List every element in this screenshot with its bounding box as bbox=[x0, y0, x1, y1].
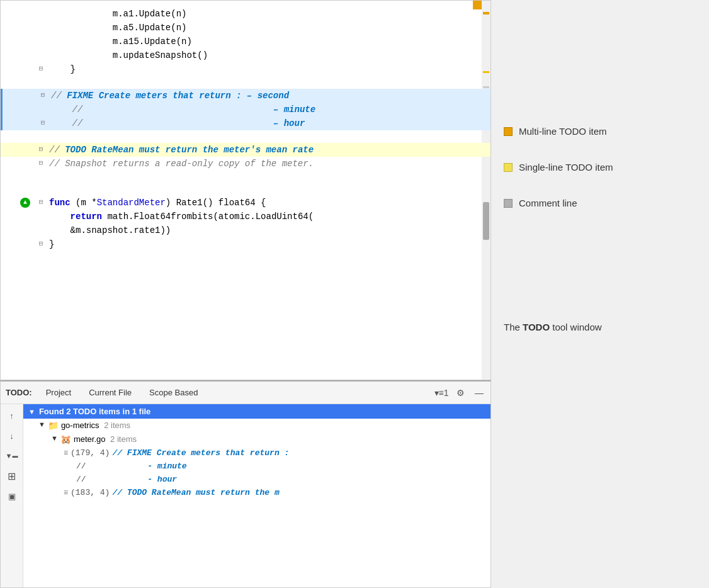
line-content: m.updateSnapshot() bbox=[47, 49, 208, 62]
code-line: m.a5.Update(n) bbox=[1, 21, 491, 35]
line-number bbox=[1, 157, 35, 159]
line-number bbox=[1, 224, 35, 225]
line-number bbox=[3, 103, 37, 105]
todo-tool-window: TODO: Project Current File Scope Based ▾… bbox=[0, 380, 491, 588]
line-content-return: return math.Float64frombits(atomic.LoadU… bbox=[47, 210, 314, 223]
fold-icon[interactable]: ⊟ bbox=[35, 63, 47, 72]
line-number bbox=[1, 49, 35, 50]
settings-button[interactable]: ⚙ bbox=[453, 385, 468, 400]
scroll-up-button[interactable]: ↑ bbox=[4, 408, 20, 423]
doc-icon: ≡ bbox=[64, 488, 68, 497]
tab-current-file[interactable]: Current File bbox=[80, 384, 140, 401]
annotation-label-comment: Comment line bbox=[519, 198, 577, 208]
annotation-line: Comment line bbox=[504, 198, 674, 208]
code-line: m.a15.Update(n) bbox=[1, 35, 491, 48]
tab-scope-based[interactable]: Scope Based bbox=[140, 384, 207, 401]
code-editor: m.a1.Update(n) m.a5.Update(n) m.a15.Upda… bbox=[0, 0, 491, 380]
line-content: // – minute bbox=[48, 103, 315, 116]
line-content-func: func (m *StandardMeter) Rate1() float64 … bbox=[47, 196, 266, 209]
fold-icon[interactable]: ⊟ bbox=[35, 238, 47, 247]
fold-icon bbox=[35, 224, 47, 225]
annotation-comment: Comment line bbox=[504, 198, 674, 208]
annotation-color-comment bbox=[504, 199, 513, 208]
main-container: m.a1.Update(n) m.a5.Update(n) m.a15.Upda… bbox=[0, 0, 709, 588]
line-content: &m.snapshot.rate1)) bbox=[47, 224, 171, 237]
tree-continuation-row[interactable]: // - minute bbox=[23, 460, 491, 473]
continuation-code: // bbox=[76, 475, 86, 484]
line-number bbox=[1, 8, 35, 9]
line-number: ▲ bbox=[1, 196, 35, 208]
gopher-icon: 🐹 bbox=[60, 434, 71, 444]
annotation-multiline: Multi-line TODO item bbox=[504, 126, 674, 137]
bookmark-icon: ▲ bbox=[20, 198, 30, 208]
code-line: &m.snapshot.rate1)) bbox=[1, 223, 491, 237]
expand-button[interactable]: ⊞ bbox=[4, 468, 20, 483]
tree-item-row-2[interactable]: ≡ (183, 4) // TODO RateMean must return … bbox=[23, 486, 491, 499]
annotation-singleline: Single-line TODO item bbox=[504, 162, 674, 172]
folder-count: 2 items bbox=[102, 421, 131, 430]
toolbar-right: ▾≡1 ⚙ — bbox=[434, 385, 491, 400]
tree-expand-icon: ▼ bbox=[51, 434, 58, 442]
line-number bbox=[1, 21, 35, 23]
tree-file-row[interactable]: ▼ 🐹 meter.go 2 items bbox=[23, 433, 491, 446]
center-area: m.a1.Update(n) m.a5.Update(n) m.a15.Upda… bbox=[0, 0, 491, 588]
line-content-comment: // Snapshot returns a read-only copy of … bbox=[47, 157, 314, 170]
line-number bbox=[1, 144, 35, 145]
line-content: m.a1.Update(n) bbox=[47, 8, 186, 20]
code-line-blank bbox=[1, 76, 491, 89]
line-number bbox=[1, 35, 35, 37]
annotation-label-singleline: Single-line TODO item bbox=[519, 162, 613, 172]
close-panel-button[interactable]: — bbox=[472, 385, 487, 400]
todo-left-sidebar: ↑ ↓ ▼▬ ⊞ ▣ bbox=[1, 404, 23, 587]
item-code: // FIXME Create meters that return : bbox=[112, 448, 289, 458]
folder-label: go-metrics bbox=[61, 421, 99, 430]
code-line-comment: ⊟ // Snapshot returns a read-only copy o… bbox=[1, 157, 491, 171]
code-line-fixme-3: ⊟ // – hour bbox=[1, 116, 491, 130]
code-line-blank bbox=[1, 183, 491, 196]
filter-button[interactable]: ▼▬ bbox=[4, 448, 20, 463]
bottom-annotation: The TODO tool window bbox=[504, 322, 674, 333]
todo-toolbar: TODO: Project Current File Scope Based ▾… bbox=[1, 382, 491, 404]
line-number bbox=[3, 117, 37, 118]
line-content-fixme: // FIXME Create meters that return : – s… bbox=[48, 89, 289, 102]
line-number bbox=[1, 238, 35, 239]
line-number bbox=[1, 63, 35, 64]
line-number bbox=[3, 89, 37, 91]
todo-label: TODO: bbox=[1, 388, 37, 397]
fold-icon bbox=[35, 49, 47, 50]
continuation-text: - minute bbox=[89, 461, 187, 471]
line-number bbox=[1, 210, 35, 212]
code-line: ⊟ } bbox=[1, 62, 491, 76]
annotation-color-singleline bbox=[504, 163, 513, 172]
bottom-annotation-text: The TODO tool window bbox=[504, 322, 602, 332]
annotation-line: Multi-line TODO item bbox=[504, 126, 674, 137]
line-content-todo: // TODO RateMean must return the meter's… bbox=[47, 144, 314, 156]
todo-content: ↑ ↓ ▼▬ ⊞ ▣ ▼ Found 2 TODO items in 1 fil… bbox=[1, 404, 491, 587]
code-line-blank bbox=[1, 130, 491, 143]
panel-button[interactable]: ▣ bbox=[4, 489, 20, 504]
tree-expand-icon: ▼ bbox=[28, 408, 35, 416]
tree-root-label: Found 2 TODO items in 1 file bbox=[39, 407, 150, 416]
tab-project[interactable]: Project bbox=[37, 384, 80, 401]
tree-item-row[interactable]: ≡ (179, 4) // FIXME Create meters that r… bbox=[23, 446, 491, 460]
fold-icon[interactable]: ⊟ bbox=[35, 157, 47, 167]
code-line-blank bbox=[1, 171, 491, 183]
fold-icon bbox=[35, 21, 47, 23]
fold-icon[interactable]: ⊟ bbox=[37, 89, 48, 99]
code-line-close: ⊟ } bbox=[1, 237, 491, 251]
item-position: (183, 4) bbox=[71, 488, 110, 497]
fold-icon[interactable]: ⊟ bbox=[37, 117, 48, 127]
tree-folder-row[interactable]: ▼ 📁 go-metrics 2 items bbox=[23, 419, 491, 433]
item-code: // TODO RateMean must return the m bbox=[112, 488, 279, 497]
code-line-return: return math.Float64frombits(atomic.LoadU… bbox=[1, 210, 491, 223]
line-content: m.a15.Update(n) bbox=[47, 35, 192, 48]
filter-badge-button[interactable]: ▾≡1 bbox=[434, 385, 449, 400]
item-position: (179, 4) bbox=[71, 448, 110, 458]
annotation-label-multiline: Multi-line TODO item bbox=[519, 126, 606, 137]
code-line: m.a1.Update(n) bbox=[1, 7, 491, 21]
scroll-down-button[interactable]: ↓ bbox=[4, 428, 20, 443]
tree-continuation-row[interactable]: // - hour bbox=[23, 473, 491, 486]
fold-icon[interactable]: ⊟ bbox=[35, 144, 47, 153]
tree-root-row[interactable]: ▼ Found 2 TODO items in 1 file bbox=[23, 404, 491, 419]
fold-icon[interactable]: ⊟ bbox=[35, 196, 47, 206]
